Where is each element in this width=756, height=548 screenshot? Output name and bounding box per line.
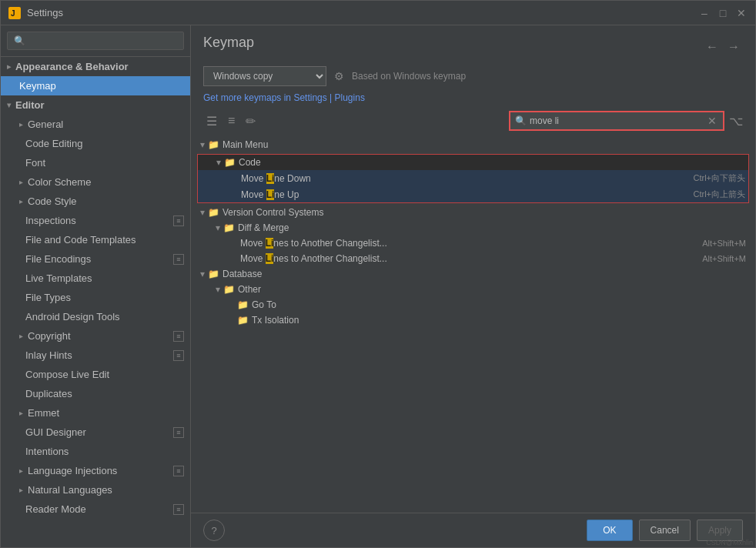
app-icon: J bbox=[8, 7, 21, 19]
folder-icon-tx-isolation: 📁 bbox=[237, 315, 249, 326]
tree-node-tx-isolation[interactable]: 📁 Tx Isolation bbox=[197, 312, 749, 328]
tree-area: ▾ 📁 Main Menu ▾ 📁 Code Move Line Down bbox=[191, 137, 755, 513]
help-button[interactable]: ? bbox=[203, 520, 225, 541]
minimize-button[interactable]: – bbox=[698, 7, 711, 19]
tree-label-diff-merge: Diff & Merge bbox=[238, 222, 289, 233]
tree-label-main-menu: Main Menu bbox=[222, 139, 268, 150]
tree-node-move-line-down[interactable]: Move Line Down Ctrl+向下箭头 bbox=[198, 170, 748, 186]
ok-button[interactable]: OK bbox=[587, 520, 632, 541]
maximize-button[interactable]: □ bbox=[717, 7, 729, 19]
expand-arrow-general bbox=[19, 120, 23, 129]
sidebar-item-language-injections[interactable]: Language Injections ≡ bbox=[1, 461, 190, 480]
sidebar-item-file-encodings[interactable]: File Encodings ≡ bbox=[1, 249, 190, 269]
sidebar-label-general: General bbox=[28, 119, 63, 130]
title-bar: J Settings – □ ✕ bbox=[1, 1, 755, 25]
sidebar-item-intentions[interactable]: Intentions bbox=[1, 442, 190, 461]
tree-node-move-lines-changelist-1[interactable]: Move Lines to Another Changelist... Alt+… bbox=[197, 236, 749, 251]
based-on-text: Based on Windows keymap bbox=[352, 71, 466, 82]
search-icon: 🔍 bbox=[515, 115, 527, 126]
sidebar-label-copyright: Copyright bbox=[28, 330, 71, 342]
sidebar-item-natural-languages[interactable]: Natural Languages bbox=[1, 480, 190, 500]
sidebar-item-code-editing[interactable]: Code Editing bbox=[1, 134, 190, 153]
sidebar-item-appearance[interactable]: Appearance & Behavior bbox=[1, 57, 190, 76]
clear-search-button[interactable]: ✕ bbox=[706, 115, 718, 127]
keymap-gear-button[interactable]: ⚙ bbox=[333, 68, 346, 84]
sidebar-scroll: Appearance & Behavior Keymap Editor Gene… bbox=[1, 57, 190, 547]
sidebar-item-general[interactable]: General bbox=[1, 115, 190, 134]
tree-node-database[interactable]: ▾ 📁 Database bbox=[197, 266, 749, 282]
sidebar-label-file-types: File Types bbox=[25, 292, 71, 303]
sidebar-item-code-style[interactable]: Code Style bbox=[1, 192, 190, 211]
tree-node-diff-merge[interactable]: ▾ 📁 Diff & Merge bbox=[197, 220, 749, 236]
sidebar-item-copyright[interactable]: Copyright ≡ bbox=[1, 326, 190, 346]
sidebar-item-compose-live-edit[interactable]: Compose Live Edit bbox=[1, 365, 190, 384]
sidebar-item-font[interactable]: Font bbox=[1, 153, 190, 172]
tree-node-go-to[interactable]: 📁 Go To bbox=[197, 297, 749, 312]
settings-window: J Settings – □ ✕ Appearance & Behavior bbox=[0, 0, 756, 548]
match-highlight-3: Li bbox=[266, 238, 274, 249]
sidebar-label-appearance: Appearance & Behavior bbox=[15, 61, 129, 72]
watermark: CSDN@Mxhlin bbox=[706, 539, 753, 546]
sidebar-label-compose-live-edit: Compose Live Edit bbox=[25, 369, 109, 380]
close-button[interactable]: ✕ bbox=[735, 7, 748, 19]
sidebar-item-live-templates[interactable]: Live Templates bbox=[1, 269, 190, 288]
folder-icon-go-to: 📁 bbox=[237, 299, 249, 310]
tree-label-vcs: Version Control Systems bbox=[222, 207, 323, 218]
tree-node-vcs[interactable]: ▾ 📁 Version Control Systems bbox=[197, 205, 749, 220]
expand-arrow-color-scheme bbox=[19, 178, 23, 186]
sidebar-item-gui-designer[interactable]: GUI Designer ≡ bbox=[1, 423, 190, 442]
nav-forward-button[interactable]: → bbox=[724, 38, 743, 55]
expand-all-button[interactable]: ☰ bbox=[203, 112, 220, 130]
match-highlight-2: Li bbox=[266, 189, 275, 200]
tree-node-code[interactable]: ▾ 📁 Code bbox=[198, 155, 748, 170]
tree-label-tx-isolation: Tx Isolation bbox=[252, 315, 299, 326]
sidebar-item-file-templates[interactable]: File and Code Templates bbox=[1, 230, 190, 249]
sidebar-label-keymap: Keymap bbox=[19, 80, 56, 92]
folder-icon-diff-merge: 📁 bbox=[223, 222, 235, 233]
sidebar-item-inlay-hints[interactable]: Inlay Hints ≡ bbox=[1, 346, 190, 365]
sidebar-label-reader-mode: Reader Mode bbox=[25, 503, 86, 515]
sidebar-label-intentions: Intentions bbox=[25, 446, 69, 457]
sidebar-item-inspections[interactable]: Inspections ≡ bbox=[1, 211, 190, 230]
get-more-link[interactable]: Get more keymaps in Settings | Plugins bbox=[203, 92, 743, 103]
expand-arrow-code-style bbox=[19, 197, 23, 206]
sidebar-item-keymap[interactable]: Keymap bbox=[1, 76, 190, 95]
sidebar-label-file-templates: File and Code Templates bbox=[25, 234, 136, 246]
cancel-button[interactable]: Cancel bbox=[639, 520, 691, 541]
sidebar-item-reader-mode[interactable]: Reader Mode ≡ bbox=[1, 500, 190, 519]
sidebar-search-input[interactable] bbox=[7, 32, 184, 50]
tree-label-move-lines-1: Move Lines to Another Changelist... bbox=[240, 238, 387, 249]
tree-node-move-lines-changelist-2[interactable]: Move Lines to Another Changelist... Alt+… bbox=[197, 251, 749, 266]
edit-shortcut-button[interactable]: ✏ bbox=[243, 112, 259, 130]
sidebar-item-color-scheme[interactable]: Color Scheme bbox=[1, 172, 190, 192]
inlay-hints-badge: ≡ bbox=[173, 350, 184, 361]
sidebar-label-natural-languages: Natural Languages bbox=[28, 484, 112, 496]
tree-node-other[interactable]: ▾ 📁 Other bbox=[197, 282, 749, 297]
tree-label-database: Database bbox=[222, 269, 262, 279]
sidebar-item-editor[interactable]: Editor bbox=[1, 95, 190, 115]
sidebar-label-emmet: Emmet bbox=[28, 407, 59, 419]
tree-label-move-line-down: Move Line Down bbox=[241, 173, 311, 184]
file-encodings-badge: ≡ bbox=[173, 254, 184, 265]
regex-search-button[interactable]: ⌥ bbox=[729, 114, 743, 129]
shortcut-move-line-down: Ctrl+向下箭头 bbox=[693, 172, 745, 184]
sidebar-label-font: Font bbox=[25, 157, 45, 169]
sidebar-item-emmet[interactable]: Emmet bbox=[1, 403, 190, 423]
folder-icon-code: 📁 bbox=[224, 157, 236, 168]
sidebar-label-gui-designer: GUI Designer bbox=[25, 426, 86, 438]
sidebar-label-android-design: Android Design Tools bbox=[25, 311, 120, 322]
collapse-all-button[interactable]: ≡ bbox=[225, 112, 238, 129]
nav-back-button[interactable]: ← bbox=[703, 38, 721, 55]
apply-button[interactable]: Apply bbox=[697, 520, 743, 541]
expand-arrow-editor bbox=[7, 101, 11, 109]
tree-node-move-line-up[interactable]: Move Line Up Ctrl+向上箭头 bbox=[198, 186, 748, 202]
keymap-selector[interactable]: Windows copy bbox=[203, 66, 326, 86]
sidebar-item-duplicates[interactable]: Duplicates bbox=[1, 384, 190, 403]
tree-node-main-menu[interactable]: ▾ 📁 Main Menu bbox=[197, 137, 749, 152]
search-input[interactable] bbox=[530, 115, 706, 126]
sidebar-item-file-types[interactable]: File Types bbox=[1, 288, 190, 307]
sidebar-label-editor: Editor bbox=[15, 99, 45, 111]
window-controls: – □ ✕ bbox=[698, 7, 748, 19]
sidebar-label-code-editing: Code Editing bbox=[25, 138, 82, 149]
sidebar-item-android-design[interactable]: Android Design Tools bbox=[1, 307, 190, 326]
